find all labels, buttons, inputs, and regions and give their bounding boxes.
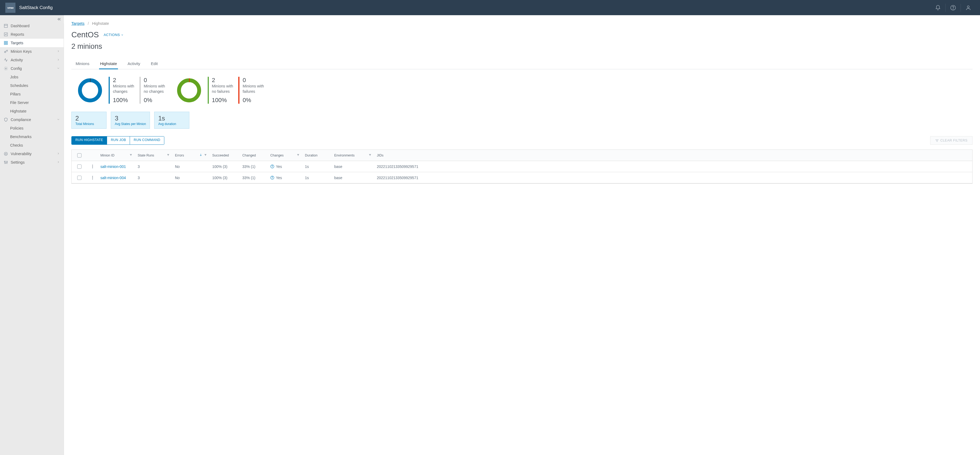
chevron-right-icon	[57, 58, 60, 62]
app-header: vmw SaltStack Config	[0, 0, 980, 15]
filter-icon[interactable]	[129, 153, 132, 157]
col-succeeded: Succeeded	[212, 153, 237, 157]
page-title: CentOS	[72, 30, 99, 39]
user-icon[interactable]	[962, 2, 975, 13]
info-icon[interactable]	[270, 176, 274, 180]
sidebar-item-label: Targets	[11, 41, 59, 45]
info-icon[interactable]	[270, 164, 274, 168]
breadcrumb-targets-link[interactable]: Targets	[72, 21, 84, 26]
sidebar-item-label: Settings	[11, 160, 57, 164]
minion-id-link[interactable]: salt-minion-004	[98, 174, 135, 182]
filter-icon	[935, 139, 939, 142]
row-menu-icon[interactable]	[92, 176, 93, 179]
chevron-down-icon	[121, 34, 124, 36]
svg-point-17	[4, 161, 5, 162]
collapse-sidebar-icon[interactable]	[57, 17, 61, 21]
tab-minions[interactable]: Minions	[75, 59, 91, 69]
svg-point-12	[4, 152, 8, 155]
action-button-group: RUN HIGHSTATE RUN JOB RUN COMMAND	[72, 136, 164, 145]
sidebar-item-file-server[interactable]: File Server	[0, 98, 64, 107]
card-avg-duration[interactable]: 1s Avg duration	[154, 112, 189, 129]
failures-donut-chart	[176, 77, 202, 104]
sort-down-icon[interactable]	[199, 153, 202, 157]
run-job-button[interactable]: RUN JOB	[107, 136, 130, 144]
card-avg-states[interactable]: 3 Avg States per Minion	[111, 112, 150, 129]
sidebar-item-label: Compliance	[11, 118, 57, 122]
tab-edit[interactable]: Edit	[150, 59, 159, 69]
chevron-right-icon	[57, 152, 60, 156]
svg-point-29	[272, 177, 272, 177]
stat-changes: 2 Minions withchanges 100%	[109, 77, 134, 104]
actions-dropdown[interactable]: ACTIONS	[103, 33, 124, 37]
filter-icon[interactable]	[297, 153, 300, 157]
tab-activity[interactable]: Activity	[126, 59, 142, 69]
table-row: salt-minion-004 3 No 100% (3) 33% (1) Ye…	[72, 172, 972, 184]
filter-icon[interactable]	[167, 153, 170, 157]
svg-point-10	[5, 51, 6, 53]
sidebar-item-settings[interactable]: Settings	[0, 158, 64, 167]
col-duration: Duration	[305, 153, 329, 157]
stat-no-changes: 0 Minions withno changes 0%	[140, 77, 165, 104]
sidebar-item-highstate[interactable]: Highstate	[0, 107, 64, 115]
svg-rect-7	[6, 42, 8, 43]
app-title: SaltStack Config	[19, 5, 53, 10]
card-total-minions[interactable]: 2 Total Minions	[72, 112, 107, 129]
chevron-down-icon	[57, 66, 60, 71]
filter-icon[interactable]	[369, 153, 371, 157]
run-command-button[interactable]: RUN COMMAND	[130, 136, 164, 144]
minion-id-link[interactable]: salt-minion-001	[98, 162, 135, 171]
col-changes: Changes	[270, 153, 295, 157]
tab-highstate[interactable]: Highstate	[99, 59, 118, 69]
cell-jids: 20221102133509929571	[374, 174, 972, 182]
col-minion-id: Minion ID	[100, 153, 128, 157]
sliders-icon	[4, 160, 8, 164]
sidebar-item-jobs[interactable]: Jobs	[0, 73, 64, 81]
cell-jids: 20221102133509929571	[374, 162, 972, 171]
select-all-checkbox[interactable]	[77, 153, 81, 158]
sidebar-item-vulnerability[interactable]: Vulnerability	[0, 150, 64, 158]
sidebar-item-dashboard[interactable]: Dashboard	[0, 23, 64, 30]
sidebar-item-reports[interactable]: Reports	[0, 30, 64, 39]
chevron-down-icon	[57, 118, 60, 122]
cell-succeeded: 100% (3)	[210, 162, 240, 171]
run-highstate-button[interactable]: RUN HIGHSTATE	[72, 136, 107, 144]
sidebar-item-label: Reports	[11, 32, 60, 37]
sidebar-item-targets[interactable]: Targets	[0, 39, 64, 47]
shield-icon	[4, 118, 8, 122]
tab-bar: Minions Highstate Activity Edit	[72, 59, 972, 69]
row-checkbox[interactable]	[77, 176, 81, 180]
sidebar-item-activity[interactable]: Activity	[0, 56, 64, 64]
reports-icon	[4, 32, 8, 37]
sidebar-item-schedules[interactable]: Schedules	[0, 81, 64, 90]
chevron-right-icon	[57, 49, 60, 54]
help-icon[interactable]	[947, 2, 959, 13]
activity-icon	[4, 58, 8, 62]
breadcrumb-current: Highstate	[92, 21, 109, 26]
cell-succeeded: 100% (3)	[210, 174, 240, 182]
sidebar-item-pillars[interactable]: Pillars	[0, 90, 64, 98]
row-menu-icon[interactable]	[92, 165, 93, 168]
vmware-logo: vmw	[5, 3, 16, 13]
stat-failures: 0 Minions withfailures 0%	[238, 77, 264, 104]
cell-errors: No	[172, 174, 210, 182]
cell-environments: base	[332, 174, 374, 182]
sidebar-item-policies[interactable]: Policies	[0, 124, 64, 133]
filter-icon[interactable]	[204, 153, 207, 157]
sidebar-item-checks[interactable]: Checks	[0, 141, 64, 150]
notifications-icon[interactable]	[932, 2, 944, 13]
cell-duration: 1s	[302, 162, 332, 171]
svg-point-19	[7, 161, 8, 162]
cell-changes: Yes	[268, 174, 302, 182]
targets-icon	[4, 41, 8, 45]
svg-rect-6	[4, 42, 6, 43]
chevron-right-icon	[57, 160, 60, 164]
stats-row: 2 Minions withchanges 100% 0 Minions wit…	[72, 77, 972, 104]
sidebar: Dashboard Reports Targets Minion Keys	[0, 15, 64, 455]
sidebar-item-config[interactable]: Config	[0, 64, 64, 73]
sidebar-item-minion-keys[interactable]: Minion Keys	[0, 47, 64, 56]
sidebar-item-compliance[interactable]: Compliance	[0, 115, 64, 124]
sidebar-item-benchmarks[interactable]: Benchmarks	[0, 133, 64, 141]
row-checkbox[interactable]	[77, 164, 81, 169]
svg-rect-8	[4, 43, 6, 45]
clear-filters-button: CLEAR FILTERS	[930, 136, 972, 145]
